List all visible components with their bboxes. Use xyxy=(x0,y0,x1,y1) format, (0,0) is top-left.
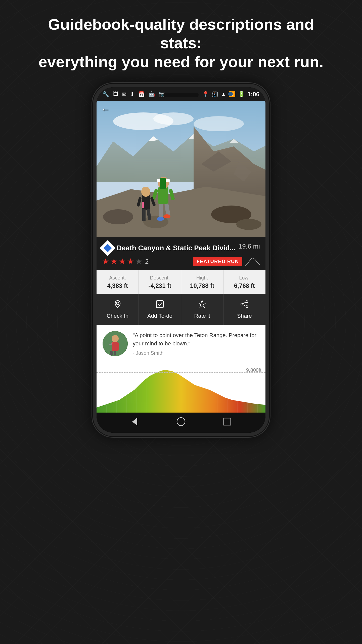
android-icon: 🤖 xyxy=(148,91,155,98)
stat-low: Low: 6,768 ft xyxy=(223,270,265,294)
trail-name: Death Canyon & Static Peak Divid... xyxy=(117,244,236,252)
battery-icon: 🔋 xyxy=(238,91,245,98)
star-rating: ★ ★ ★ ★ ★ xyxy=(102,257,143,266)
trail-badge xyxy=(100,240,115,256)
featured-badge: FEATURED RUN xyxy=(193,257,242,266)
phone-btn-left xyxy=(93,138,95,153)
share-icon xyxy=(240,300,249,310)
rate-it-button[interactable]: Rate it xyxy=(181,294,223,325)
trail-name-row: Death Canyon & Static Peak Divid... xyxy=(102,243,236,254)
nav-back-button[interactable] xyxy=(130,417,140,429)
add-todo-label: Add To-do xyxy=(147,313,172,319)
rating-count: 2 xyxy=(145,258,149,265)
svg-marker-65 xyxy=(132,418,137,426)
elevation-profile: 9,800ft xyxy=(97,362,265,413)
svg-line-40 xyxy=(243,305,246,306)
svg-rect-32 xyxy=(160,178,166,189)
svg-rect-31 xyxy=(142,202,144,208)
star-4: ★ xyxy=(127,257,134,266)
trail-header: Death Canyon & Static Peak Divid... 19.6… xyxy=(102,243,260,254)
star-3: ★ xyxy=(119,257,126,266)
calendar-icon: 📅 xyxy=(138,91,145,98)
svg-rect-34 xyxy=(156,301,163,308)
svg-rect-19 xyxy=(159,204,163,219)
svg-rect-27 xyxy=(142,209,146,221)
stat-descent-value: -4,231 ft xyxy=(141,282,178,289)
stat-descent: Descent: -4,231 ft xyxy=(139,270,181,294)
svg-marker-48 xyxy=(97,370,265,413)
trail-badge-inner xyxy=(103,244,112,252)
dashed-line xyxy=(97,372,265,373)
vibrate-icon: 📳 xyxy=(211,91,218,98)
stat-ascent-value: 4,383 ft xyxy=(99,282,136,289)
status-icons-left: 🔧 🖼 ✉ ⬇ 📅 🤖 📷 xyxy=(103,91,165,98)
phone-screen: 🔧 🖼 ✉ ⬇ 📅 🤖 📷 📍 📳 ▲ 📶 🔋 1:06 xyxy=(97,87,265,433)
quote-author: - Jason Smith xyxy=(133,350,259,356)
phone-speaker xyxy=(163,93,199,97)
avatar xyxy=(103,331,128,356)
star-1: ★ xyxy=(102,257,109,266)
svg-point-12 xyxy=(103,209,133,224)
check-in-button[interactable]: Check In xyxy=(97,294,139,325)
share-button[interactable]: Share xyxy=(223,294,265,325)
svg-point-66 xyxy=(177,418,185,426)
svg-point-2 xyxy=(153,112,194,125)
elevation-mini-chart xyxy=(245,257,260,266)
svg-point-3 xyxy=(194,116,244,131)
svg-rect-67 xyxy=(224,418,231,425)
check-in-icon xyxy=(113,300,122,310)
add-todo-icon xyxy=(155,300,164,310)
svg-marker-35 xyxy=(198,300,206,307)
star-5: ★ xyxy=(135,257,143,266)
svg-rect-16 xyxy=(158,187,168,204)
stat-low-value: 6,768 ft xyxy=(226,282,263,289)
svg-point-37 xyxy=(246,306,248,308)
stat-high-value: 10,788 ft xyxy=(184,282,221,289)
photo-icon: 🖼 xyxy=(113,91,118,98)
svg-point-24 xyxy=(163,214,170,218)
phone-btn-right xyxy=(267,133,269,153)
stat-high-label: High: xyxy=(184,275,221,281)
description-text: "A point to point over the Teton Range. … xyxy=(133,331,259,356)
action-bar: Check In Add To-do Rate it xyxy=(97,294,265,325)
phone-frame: 🔧 🖼 ✉ ⬇ 📅 🤖 📷 📍 📳 ▲ 📶 🔋 1:06 xyxy=(93,84,269,436)
stat-ascent-label: Ascent: xyxy=(99,275,136,281)
nav-home-button[interactable] xyxy=(176,417,186,429)
trail-info-section: Death Canyon & Static Peak Divid... 19.6… xyxy=(97,237,265,270)
svg-rect-46 xyxy=(114,351,116,355)
svg-point-15 xyxy=(236,219,261,230)
trail-quote: "A point to point over the Teton Range. … xyxy=(133,331,259,348)
bottom-nav xyxy=(97,413,265,433)
rate-it-label: Rate it xyxy=(194,313,210,319)
email-icon: ✉ xyxy=(122,91,126,98)
star-2: ★ xyxy=(110,257,118,266)
svg-point-26 xyxy=(141,187,150,197)
check-in-label: Check In xyxy=(107,313,128,319)
trail-distance: 19.6 mi xyxy=(239,243,260,250)
svg-point-42 xyxy=(112,335,119,342)
svg-point-23 xyxy=(157,217,164,221)
wrench-icon: 🔧 xyxy=(103,91,109,98)
share-label: Share xyxy=(237,313,252,319)
stat-low-label: Low: xyxy=(226,275,263,281)
svg-rect-45 xyxy=(110,351,113,355)
download-icon: ⬇ xyxy=(130,91,134,98)
back-button[interactable]: ← xyxy=(101,104,110,115)
add-todo-button[interactable]: Add To-do xyxy=(139,294,181,325)
trail-image: ← xyxy=(97,101,265,237)
svg-point-36 xyxy=(246,301,248,303)
description-section: "A point to point over the Teton Range. … xyxy=(97,325,265,362)
svg-point-38 xyxy=(241,303,243,305)
stat-descent-label: Descent: xyxy=(141,275,178,281)
rate-it-icon xyxy=(198,300,207,310)
stat-ascent: Ascent: 4,383 ft xyxy=(97,270,139,294)
svg-rect-47 xyxy=(112,342,113,344)
location-icon: 📍 xyxy=(202,91,209,98)
wifi-icon: ▲ xyxy=(221,91,226,98)
nav-recent-button[interactable] xyxy=(222,417,232,429)
svg-point-33 xyxy=(116,302,119,305)
trail-rating-row: ★ ★ ★ ★ ★ 2 FEATURED RUN xyxy=(102,257,260,266)
elevation-label: 9,800ft xyxy=(246,367,261,373)
stats-bar: Ascent: 4,383 ft Descent: -4,231 ft High… xyxy=(97,270,265,294)
svg-line-39 xyxy=(243,302,246,304)
